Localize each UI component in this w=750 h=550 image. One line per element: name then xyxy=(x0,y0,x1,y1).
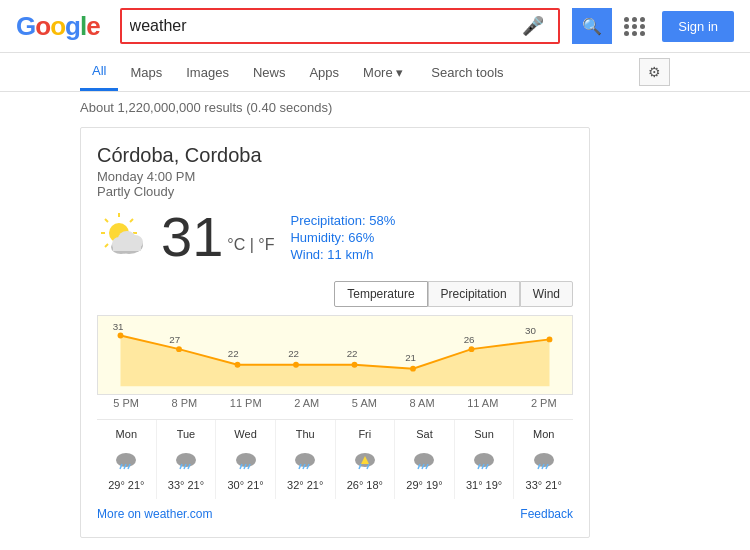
logo-e: e xyxy=(86,11,99,41)
day-label: Wed xyxy=(220,428,271,440)
day-weather-icon xyxy=(170,446,202,470)
svg-point-25 xyxy=(176,346,182,352)
weather-details: Precipitation: 58% Humidity: 66% Wind: 1… xyxy=(290,209,395,264)
svg-point-24 xyxy=(118,333,124,339)
svg-point-31 xyxy=(547,336,553,342)
result-count: About 1,220,000,000 results (0.40 second… xyxy=(80,100,670,115)
weather-icon xyxy=(97,209,153,265)
temp-value: 31 xyxy=(161,205,223,268)
svg-text:30: 30 xyxy=(525,325,536,336)
day-item-wed: Wed 30° 21° xyxy=(216,420,276,499)
precipitation-chart-button[interactable]: Precipitation xyxy=(428,281,520,307)
day-weather-icon xyxy=(289,446,321,470)
tab-images[interactable]: Images xyxy=(174,55,241,90)
day-label: Sat xyxy=(399,428,450,440)
weather-footer: More on weather.com Feedback xyxy=(97,507,573,521)
more-on-weather-link[interactable]: More on weather.com xyxy=(97,507,212,521)
day-weather-icon xyxy=(349,446,381,470)
day-temps: 33° 21° xyxy=(161,479,212,491)
temperature-chart: 31 27 22 22 22 21 26 30 xyxy=(97,315,573,395)
day-weather-icon xyxy=(528,446,560,470)
tab-news[interactable]: News xyxy=(241,55,298,90)
tab-all[interactable]: All xyxy=(80,53,118,91)
daily-forecast: Mon 29° 21° Tue 33° 21° xyxy=(97,419,573,499)
sign-in-button[interactable]: Sign in xyxy=(662,11,734,42)
day-temps: 29° 21° xyxy=(101,479,152,491)
svg-point-14 xyxy=(112,237,126,251)
svg-point-27 xyxy=(293,362,299,368)
search-box: 🎤 xyxy=(120,8,561,44)
tab-apps[interactable]: Apps xyxy=(297,55,351,90)
feedback-link[interactable]: Feedback xyxy=(520,507,573,521)
time-label-7: 11 AM xyxy=(467,397,498,409)
apps-grid-icon[interactable] xyxy=(624,17,646,36)
results-area: About 1,220,000,000 results (0.40 second… xyxy=(0,92,750,550)
nav-tabs: All Maps Images News Apps More ▾ Search … xyxy=(0,53,750,92)
day-label: Fri xyxy=(340,428,391,440)
logo-g: G xyxy=(16,11,35,41)
day-label: Mon xyxy=(518,428,569,440)
day-item-mon2: Mon 33° 21° xyxy=(514,420,573,499)
day-label: Mon xyxy=(101,428,152,440)
svg-text:21: 21 xyxy=(405,352,416,363)
weather-condition: Partly Cloudy xyxy=(97,184,573,199)
tab-maps[interactable]: Maps xyxy=(118,55,174,90)
weather-city: Córdoba, Cordoba xyxy=(97,144,573,167)
day-label: Thu xyxy=(280,428,331,440)
time-label-6: 8 AM xyxy=(410,397,435,409)
temp-unit[interactable]: °C | °F xyxy=(227,236,274,253)
google-logo: Google xyxy=(16,11,100,42)
svg-text:27: 27 xyxy=(169,334,180,345)
day-temps: 33° 21° xyxy=(518,479,569,491)
day-label: Sun xyxy=(459,428,510,440)
svg-text:26: 26 xyxy=(464,334,475,345)
chart-time-labels: 5 PM 8 PM 11 PM 2 AM 5 AM 8 AM 11 AM 2 P… xyxy=(97,395,573,411)
day-item-thu: Thu 32° 21° xyxy=(276,420,336,499)
weather-main: 31°C | °F Precipitation: 58% Humidity: 6… xyxy=(97,209,573,265)
svg-text:22: 22 xyxy=(347,348,358,359)
gear-icon: ⚙ xyxy=(648,64,661,80)
humidity-detail: Humidity: 66% xyxy=(290,230,395,245)
day-weather-icon xyxy=(408,446,440,470)
weather-card: Córdoba, Cordoba Monday 4:00 PM Partly C… xyxy=(80,127,590,538)
wind-detail: Wind: 11 km/h xyxy=(290,247,395,262)
day-temps: 26° 18° xyxy=(340,479,391,491)
day-temps: 31° 19° xyxy=(459,479,510,491)
day-item-sat: Sat 29° 19° xyxy=(395,420,455,499)
chart-container: 31 27 22 22 22 21 26 30 xyxy=(97,315,573,411)
day-temps: 30° 21° xyxy=(220,479,271,491)
tab-more[interactable]: More ▾ xyxy=(351,55,415,90)
time-label-8: 2 PM xyxy=(531,397,557,409)
day-item-mon1: Mon 29° 21° xyxy=(97,420,157,499)
mic-icon[interactable]: 🎤 xyxy=(522,15,544,37)
settings-button[interactable]: ⚙ xyxy=(639,58,670,86)
svg-marker-23 xyxy=(121,336,550,387)
search-button[interactable]: 🔍 xyxy=(572,8,612,44)
day-item-sun: Sun 31° 19° xyxy=(455,420,515,499)
svg-point-28 xyxy=(352,362,358,368)
search-input[interactable] xyxy=(130,17,523,35)
time-label-2: 8 PM xyxy=(172,397,198,409)
header: Google 🎤 🔍 Sign in xyxy=(0,0,750,53)
day-weather-icon xyxy=(110,446,142,470)
day-temps: 32° 21° xyxy=(280,479,331,491)
svg-line-7 xyxy=(105,244,108,247)
time-label-4: 2 AM xyxy=(294,397,319,409)
svg-line-5 xyxy=(105,219,108,222)
svg-line-8 xyxy=(130,219,133,222)
logo-g2: g xyxy=(65,11,80,41)
day-temps: 29° 19° xyxy=(399,479,450,491)
temperature-display: 31°C | °F xyxy=(161,209,274,265)
logo-o2: o xyxy=(50,11,65,41)
wind-chart-button[interactable]: Wind xyxy=(520,281,573,307)
day-weather-icon xyxy=(230,446,262,470)
svg-point-30 xyxy=(469,346,475,352)
tab-search-tools[interactable]: Search tools xyxy=(419,55,515,90)
time-label-1: 5 PM xyxy=(113,397,139,409)
temperature-chart-button[interactable]: Temperature xyxy=(334,281,427,307)
logo-o1: o xyxy=(35,11,50,41)
header-right: Sign in xyxy=(624,11,734,42)
day-weather-icon xyxy=(468,446,500,470)
day-item-tue: Tue 33° 21° xyxy=(157,420,217,499)
weather-time: Monday 4:00 PM xyxy=(97,169,573,184)
